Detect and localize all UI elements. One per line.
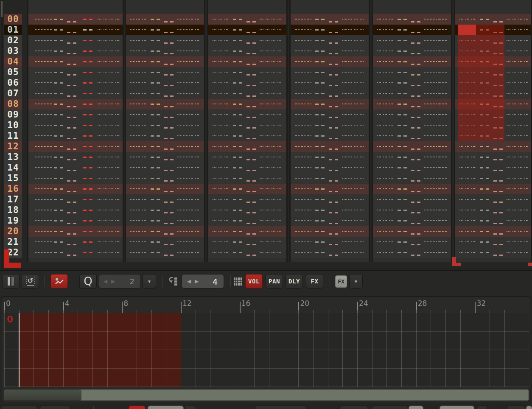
pattern-row[interactable]	[291, 78, 369, 88]
pattern-row[interactable]	[126, 162, 204, 173]
pattern-row[interactable]	[208, 184, 286, 194]
pattern-row[interactable]	[126, 226, 204, 237]
pattern-row[interactable]	[208, 152, 286, 162]
lower-toolbar-button[interactable]	[440, 406, 474, 409]
pattern-row[interactable]	[126, 247, 204, 258]
pattern-row[interactable]	[291, 247, 369, 258]
fx-dropdown-button[interactable]: ▼	[349, 274, 363, 289]
pattern-track-2[interactable]	[125, 0, 205, 262]
lower-toolbar-button[interactable]	[409, 406, 423, 409]
pattern-row[interactable]	[208, 247, 286, 258]
pattern-row[interactable]	[373, 99, 451, 109]
pattern-row[interactable]	[126, 99, 204, 109]
note-columns-grid-icon[interactable]	[234, 277, 235, 279]
pattern-row[interactable]	[126, 152, 204, 162]
pattern-row[interactable]	[373, 120, 451, 131]
pattern-row[interactable]	[28, 152, 123, 162]
automation-scrollbar-thumb[interactable]	[4, 389, 81, 401]
pattern-row[interactable]	[373, 205, 451, 216]
quantize-button[interactable]: Q	[79, 274, 97, 289]
lower-toolbar-button[interactable]	[148, 406, 184, 409]
lower-toolbar-button[interactable]	[507, 406, 525, 409]
pattern-row[interactable]	[291, 237, 369, 247]
pattern-row[interactable]	[28, 46, 123, 56]
pattern-row[interactable]	[28, 184, 123, 194]
pattern-row[interactable]	[126, 56, 204, 67]
pattern-row[interactable]	[373, 173, 451, 184]
pattern-row[interactable]	[208, 237, 286, 247]
pattern-row[interactable]	[291, 141, 369, 152]
pattern-row[interactable]	[291, 56, 369, 67]
pattern-row[interactable]	[126, 78, 204, 88]
pattern-row[interactable]	[291, 162, 369, 173]
pattern-row[interactable]	[28, 226, 123, 237]
pattern-selection-overlay[interactable]	[458, 25, 504, 141]
pan-column-button[interactable]: PAN	[266, 274, 283, 289]
lower-toolbar-button[interactable]	[129, 406, 146, 409]
pattern-row[interactable]	[126, 67, 204, 78]
pattern-row[interactable]	[126, 205, 204, 216]
pattern-vertical-scrollbar[interactable]	[1, 0, 3, 269]
track-view-button[interactable]	[2, 274, 20, 289]
pattern-row[interactable]	[291, 88, 369, 99]
pattern-row[interactable]	[28, 247, 123, 258]
pattern-row[interactable]	[291, 35, 369, 46]
pattern-row[interactable]	[126, 14, 204, 25]
pattern-loop-button[interactable]: ↺	[22, 274, 39, 289]
pattern-row[interactable]	[373, 152, 451, 162]
pattern-row[interactable]	[373, 35, 451, 46]
automation-plot[interactable]: 0	[4, 313, 529, 387]
pattern-row[interactable]	[291, 131, 369, 141]
lower-toolbar-button[interactable]	[339, 406, 368, 409]
pattern-row[interactable]	[373, 78, 451, 88]
pattern-row[interactable]	[28, 25, 123, 35]
pattern-row[interactable]	[291, 109, 369, 120]
pattern-row[interactable]	[208, 131, 286, 141]
pattern-row[interactable]	[28, 237, 123, 247]
pattern-row[interactable]	[126, 120, 204, 131]
pattern-row[interactable]	[208, 14, 286, 25]
pattern-row[interactable]	[291, 194, 369, 205]
pattern-row[interactable]	[208, 120, 286, 131]
pattern-row[interactable]	[373, 67, 451, 78]
pattern-row[interactable]	[28, 109, 123, 120]
pattern-row[interactable]	[455, 152, 531, 162]
pattern-row[interactable]	[126, 25, 204, 35]
pattern-row[interactable]	[373, 109, 451, 120]
pattern-row[interactable]	[373, 194, 451, 205]
fx-column-toggle[interactable]: FX	[335, 275, 347, 288]
stepper-left-arrow-icon[interactable]: ◀	[104, 278, 107, 284]
pattern-row[interactable]	[455, 141, 531, 152]
pattern-row[interactable]	[455, 247, 531, 258]
pattern-row[interactable]	[455, 216, 531, 226]
pattern-row[interactable]	[291, 173, 369, 184]
pattern-row[interactable]	[455, 14, 531, 25]
pattern-row[interactable]	[28, 120, 123, 131]
pattern-row[interactable]	[126, 35, 204, 46]
pattern-row[interactable]	[208, 173, 286, 184]
pattern-row[interactable]	[28, 14, 123, 25]
pattern-row[interactable]	[28, 88, 123, 99]
pattern-row[interactable]	[28, 162, 123, 173]
lower-toolbar-button[interactable]	[184, 406, 196, 409]
pattern-row[interactable]	[126, 173, 204, 184]
pattern-row[interactable]	[291, 46, 369, 56]
pattern-row[interactable]	[373, 56, 451, 67]
pattern-vertical-scrollbar-thumb[interactable]	[1, 1, 3, 17]
pattern-row[interactable]	[291, 25, 369, 35]
pattern-row[interactable]	[373, 237, 451, 247]
pattern-row[interactable]	[208, 141, 286, 152]
pattern-row[interactable]	[208, 109, 286, 120]
quantize-dropdown-button[interactable]: ▼	[143, 274, 156, 289]
pattern-track-5[interactable]	[372, 0, 452, 262]
pattern-cursor-cell[interactable]	[458, 25, 476, 35]
automation-view-button[interactable]	[50, 274, 68, 289]
pattern-row[interactable]	[373, 184, 451, 194]
pattern-row[interactable]	[291, 14, 369, 25]
lower-toolbar-button[interactable]	[1, 406, 37, 409]
pattern-row[interactable]	[373, 141, 451, 152]
pattern-row[interactable]	[455, 184, 531, 194]
dly-column-button[interactable]: DLY	[286, 274, 303, 289]
pattern-row[interactable]	[373, 46, 451, 56]
lower-toolbar-button[interactable]	[477, 406, 488, 409]
